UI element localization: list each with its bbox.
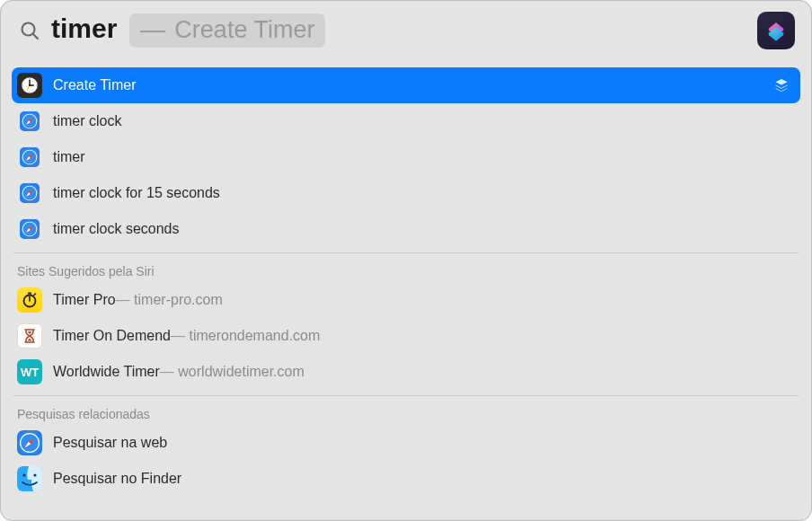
result-title: timer clock seconds [53,221,180,237]
search-query-text: timer [51,15,117,42]
svg-rect-28 [28,293,31,295]
svg-line-1 [33,34,38,39]
safari-icon [20,219,40,239]
safari-icon [20,111,40,131]
result-title: Create Timer [53,77,136,93]
stack-icon [772,75,791,95]
result-title: Pesquisar no Finder [53,471,181,487]
result-site[interactable]: Timer Pro timer-pro.com [12,282,800,318]
stopwatch-icon [17,287,42,313]
divider [13,395,799,396]
svg-line-31 [34,294,36,296]
results-list: Create Timer [1,60,811,520]
result-subtitle: timer-pro.com [116,292,223,308]
result-suggestion[interactable]: timer [12,139,800,175]
divider [13,252,799,253]
result-title: timer [53,149,85,165]
result-subtitle: timerondemand.com [171,328,320,344]
result-title: timer clock [53,113,121,129]
section-header-related: Pesquisas relacionadas [12,398,800,425]
spotlight-window: timer — Create Timer [0,0,812,521]
result-title: Timer On Demend [53,328,171,344]
result-suggestion[interactable]: timer clock [12,103,800,139]
result-title: Timer Pro [53,292,116,308]
result-search-finder[interactable]: Pesquisar no Finder [12,461,800,497]
site-badge-icon: WT [17,359,42,384]
shortcuts-app-icon [757,12,795,49]
result-subtitle: worldwidetimer.com [160,364,304,380]
search-bar: timer — Create Timer [1,1,811,60]
svg-point-38 [33,473,36,476]
safari-icon [20,183,40,203]
result-site[interactable]: Timer On Demend timerondemand.com [12,318,800,354]
clock-icon [17,73,42,98]
result-search-web[interactable]: Pesquisar na web [12,425,800,461]
search-autocomplete-suffix: — Create Timer [129,13,325,48]
result-title: Pesquisar na web [53,435,167,451]
safari-icon [20,147,40,167]
safari-icon [17,430,42,455]
result-title: timer clock for 15 seconds [53,185,220,201]
finder-icon [17,466,42,491]
result-site[interactable]: WT Worldwide Timer worldwidetimer.com [12,354,800,390]
svg-point-37 [22,473,25,476]
result-title: Worldwide Timer [53,364,160,380]
result-top-hit[interactable]: Create Timer [12,67,800,103]
search-icon [17,18,42,43]
result-suggestion[interactable]: timer clock for 15 seconds [12,175,800,211]
hourglass-icon [17,323,42,349]
result-suggestion[interactable]: timer clock seconds [12,211,800,247]
search-input[interactable]: timer — Create Timer [51,13,757,48]
section-header-siri-sites: Sites Sugeridos pela Siri [12,255,800,282]
svg-point-7 [29,84,31,86]
